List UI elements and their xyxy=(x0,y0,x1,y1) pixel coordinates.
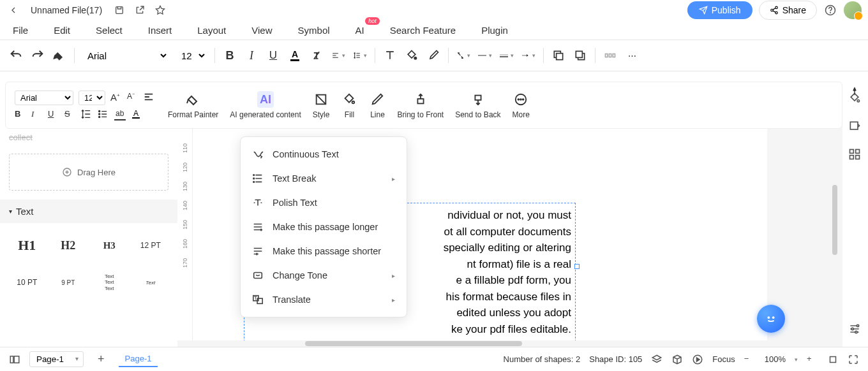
fit-screen-icon[interactable] xyxy=(827,354,839,365)
ctx-spacing-icon[interactable] xyxy=(81,109,93,120)
menu-view[interactable]: View xyxy=(251,25,272,36)
ctx-bold-icon[interactable]: B xyxy=(15,109,26,120)
fill-icon[interactable] xyxy=(405,48,419,62)
redo-icon[interactable] xyxy=(31,48,45,62)
italic-icon[interactable]: I xyxy=(244,48,258,62)
pages-view-icon[interactable] xyxy=(9,354,20,365)
menu-symbol[interactable]: Symbol xyxy=(298,25,330,36)
star-icon[interactable] xyxy=(153,3,167,17)
preset-10pt[interactable]: 10 PT xyxy=(9,266,45,298)
bold-icon[interactable]: B xyxy=(223,48,237,62)
focus-button[interactable]: Focus xyxy=(712,354,735,364)
ctx-size-select[interactable]: 12 xyxy=(79,91,105,105)
zoom-in-icon[interactable]: + xyxy=(807,354,818,365)
font-family-select[interactable]: Arial xyxy=(82,47,168,64)
popup-text-break[interactable]: Text Break ▸ xyxy=(241,166,407,191)
horizontal-scrollbar[interactable] xyxy=(177,340,842,347)
add-page-button[interactable]: + xyxy=(93,353,110,366)
menu-edit[interactable]: Edit xyxy=(54,25,70,36)
publish-button[interactable]: Publish xyxy=(687,1,752,19)
ctx-bullets-icon[interactable] xyxy=(98,109,109,120)
page-tab-active[interactable]: Page-1 xyxy=(119,351,158,367)
layers-icon[interactable] xyxy=(651,354,662,365)
ai-chat-bubble[interactable] xyxy=(757,305,785,333)
preset-9pt[interactable]: 9 PT xyxy=(50,266,87,298)
ai-generated-group[interactable]: AI AI generated content xyxy=(227,91,303,119)
preset-h3[interactable]: H3 xyxy=(91,229,128,261)
ctx-align-icon[interactable] xyxy=(144,92,155,103)
page-select[interactable]: Page-1 xyxy=(29,351,84,367)
back-icon[interactable] xyxy=(6,3,20,17)
vertical-scrollbar[interactable] xyxy=(832,185,837,255)
preset-h1[interactable]: H1 xyxy=(9,229,45,261)
popup-make-shorter[interactable]: Make this passage shorter xyxy=(241,239,407,263)
connector-icon[interactable] xyxy=(456,48,470,62)
menu-layout[interactable]: Layout xyxy=(197,25,226,36)
help-icon[interactable] xyxy=(823,3,837,17)
hscroll-thumb[interactable] xyxy=(305,341,522,346)
increase-font-icon[interactable]: A+ xyxy=(110,92,122,103)
ctx-italic-icon[interactable]: I xyxy=(31,109,43,120)
popup-polish-text[interactable]: Polish Text xyxy=(241,191,407,215)
preset-text-small[interactable]: Text xyxy=(133,266,169,298)
selection-handle[interactable] xyxy=(574,264,580,269)
layer-back-icon[interactable] xyxy=(573,48,587,62)
more-tools-icon[interactable]: ⋯ xyxy=(625,48,639,62)
ctx-font-color-icon[interactable]: A xyxy=(131,109,142,120)
fill-group[interactable]: Fill xyxy=(338,91,360,119)
style-group[interactable]: Style xyxy=(310,91,333,119)
send-back-group[interactable]: Send to Back xyxy=(453,91,503,119)
line-style-icon[interactable] xyxy=(478,48,492,62)
share-button[interactable]: Share xyxy=(759,1,817,20)
popup-continuous-text[interactable]: Continuous Text xyxy=(241,142,407,166)
ctx-highlight-icon[interactable]: ab xyxy=(114,109,126,120)
box-icon[interactable] xyxy=(671,354,683,365)
rail-settings-icon[interactable] xyxy=(848,323,862,337)
line-spacing-icon[interactable] xyxy=(353,48,367,62)
text-section-header[interactable]: Text xyxy=(0,200,177,223)
ctx-more-group[interactable]: More xyxy=(510,91,532,119)
preset-text-multi[interactable]: Text Text Text xyxy=(91,266,128,298)
popup-change-tone[interactable]: Change Tone ▸ xyxy=(241,263,407,287)
align-icon[interactable] xyxy=(331,48,345,62)
font-color-icon[interactable]: A xyxy=(288,48,302,62)
text-tool-icon[interactable] xyxy=(383,48,397,62)
popup-make-longer[interactable]: Make this passage longer xyxy=(241,215,407,239)
undo-icon[interactable] xyxy=(9,48,23,62)
underline-icon[interactable]: U xyxy=(266,48,280,62)
avatar[interactable] xyxy=(844,1,862,19)
menu-ai[interactable]: AIhot xyxy=(355,25,364,36)
ctx-font-select[interactable]: Arial xyxy=(15,91,73,105)
bring-front-group[interactable]: Bring to Front xyxy=(394,91,446,119)
decrease-font-icon[interactable]: A− xyxy=(127,92,138,103)
line-group[interactable]: Line xyxy=(366,91,388,119)
save-icon[interactable] xyxy=(112,3,126,17)
popup-translate[interactable]: T Translate ▸ xyxy=(241,287,407,312)
line-weight-icon[interactable] xyxy=(500,48,514,62)
rail-shape-icon[interactable] xyxy=(848,120,862,134)
menu-insert[interactable]: Insert xyxy=(148,25,172,36)
zoom-level[interactable]: 100% xyxy=(765,354,786,364)
ctx-underline-icon[interactable]: U xyxy=(48,109,59,120)
drag-here-zone[interactable]: Drag Here xyxy=(9,154,168,191)
export-icon[interactable] xyxy=(133,3,147,17)
format-painter-group[interactable]: Format Painter xyxy=(165,91,221,119)
layer-front-icon[interactable] xyxy=(551,48,565,62)
font-size-select[interactable]: 12 xyxy=(176,47,207,64)
format-painter-icon[interactable] xyxy=(52,48,66,62)
preset-12pt[interactable]: 12 PT xyxy=(133,229,169,261)
ctx-strike-icon[interactable]: S xyxy=(64,109,76,120)
rail-grid-icon[interactable] xyxy=(848,148,862,162)
menu-select[interactable]: Select xyxy=(96,25,123,36)
menu-file[interactable]: File xyxy=(13,25,28,36)
menu-search-feature[interactable]: Search Feature xyxy=(390,25,456,36)
fullscreen-icon[interactable] xyxy=(848,354,859,365)
clear-format-icon[interactable] xyxy=(310,48,324,62)
preset-h2[interactable]: H2 xyxy=(50,229,87,261)
arrow-style-icon[interactable] xyxy=(521,48,535,62)
pin-icon[interactable] xyxy=(849,86,860,96)
play-icon[interactable] xyxy=(692,354,703,365)
distribute-icon[interactable] xyxy=(603,48,617,62)
menu-plugin[interactable]: Plugin xyxy=(481,25,508,36)
zoom-out-icon[interactable]: − xyxy=(744,354,756,365)
